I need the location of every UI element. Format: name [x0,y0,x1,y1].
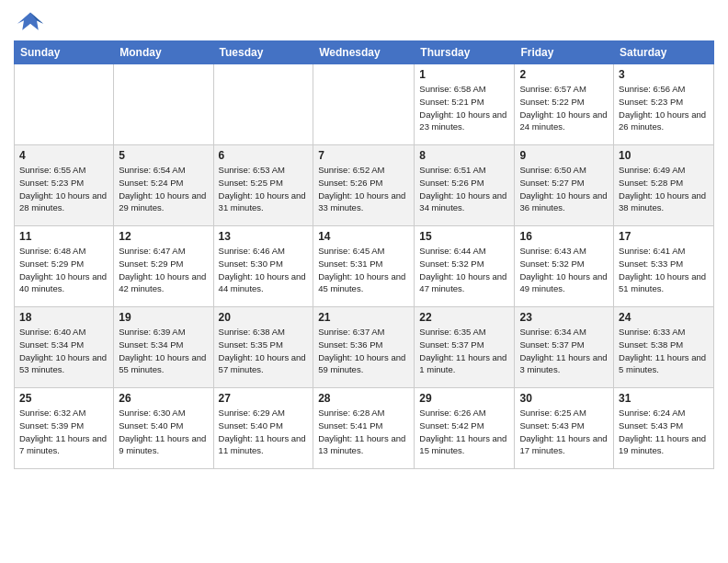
day-number: 23 [519,311,609,324]
day-info: Sunrise: 6:29 AM Sunset: 5:40 PM Dayligh… [219,407,309,457]
day-number: 9 [519,149,609,162]
day-number: 3 [619,68,709,81]
calendar-cell: 20Sunrise: 6:38 AM Sunset: 5:35 PM Dayli… [213,307,313,388]
day-info: Sunrise: 6:58 AM Sunset: 5:21 PM Dayligh… [419,83,509,133]
calendar-cell: 4Sunrise: 6:55 AM Sunset: 5:23 PM Daylig… [15,145,114,226]
day-number: 31 [619,392,709,405]
calendar-cell [313,64,415,145]
calendar-week-row: 11Sunrise: 6:48 AM Sunset: 5:29 PM Dayli… [15,226,714,307]
day-number: 24 [619,311,709,324]
day-number: 17 [619,230,709,243]
calendar-table: SundayMondayTuesdayWednesdayThursdayFrid… [14,40,714,469]
day-number: 29 [419,392,509,405]
day-info: Sunrise: 6:48 AM Sunset: 5:29 PM Dayligh… [19,245,108,295]
calendar-week-row: 1Sunrise: 6:58 AM Sunset: 5:21 PM Daylig… [15,64,714,145]
calendar-cell: 26Sunrise: 6:30 AM Sunset: 5:40 PM Dayli… [114,388,213,469]
day-info: Sunrise: 6:45 AM Sunset: 5:31 PM Dayligh… [318,245,409,295]
day-number: 18 [19,311,108,324]
calendar-cell: 11Sunrise: 6:48 AM Sunset: 5:29 PM Dayli… [15,226,114,307]
calendar-header-monday: Monday [114,41,213,64]
calendar-cell: 28Sunrise: 6:28 AM Sunset: 5:41 PM Dayli… [313,388,415,469]
day-info: Sunrise: 6:44 AM Sunset: 5:32 PM Dayligh… [419,245,509,295]
calendar-cell: 5Sunrise: 6:54 AM Sunset: 5:24 PM Daylig… [114,145,213,226]
calendar-cell: 14Sunrise: 6:45 AM Sunset: 5:31 PM Dayli… [313,226,415,307]
day-info: Sunrise: 6:50 AM Sunset: 5:27 PM Dayligh… [519,164,609,214]
day-info: Sunrise: 6:30 AM Sunset: 5:40 PM Dayligh… [119,407,208,457]
day-info: Sunrise: 6:35 AM Sunset: 5:37 PM Dayligh… [419,326,509,376]
calendar-cell: 12Sunrise: 6:47 AM Sunset: 5:29 PM Dayli… [114,226,213,307]
day-number: 1 [419,68,509,81]
calendar-cell: 10Sunrise: 6:49 AM Sunset: 5:28 PM Dayli… [614,145,714,226]
day-info: Sunrise: 6:25 AM Sunset: 5:43 PM Dayligh… [519,407,609,457]
calendar-cell: 15Sunrise: 6:44 AM Sunset: 5:32 PM Dayli… [415,226,515,307]
day-number: 20 [219,311,309,324]
day-number: 13 [219,230,309,243]
calendar-week-row: 25Sunrise: 6:32 AM Sunset: 5:39 PM Dayli… [15,388,714,469]
day-number: 15 [419,230,509,243]
calendar-header-thursday: Thursday [415,41,515,64]
calendar-cell: 29Sunrise: 6:26 AM Sunset: 5:42 PM Dayli… [415,388,515,469]
day-number: 21 [318,311,409,324]
day-info: Sunrise: 6:32 AM Sunset: 5:39 PM Dayligh… [19,407,108,457]
day-number: 6 [219,149,309,162]
day-number: 27 [219,392,309,405]
calendar-header-tuesday: Tuesday [213,41,313,64]
day-info: Sunrise: 6:34 AM Sunset: 5:37 PM Dayligh… [519,326,609,376]
day-number: 22 [419,311,509,324]
day-number: 10 [619,149,709,162]
day-number: 4 [19,149,108,162]
calendar-week-row: 18Sunrise: 6:40 AM Sunset: 5:34 PM Dayli… [15,307,714,388]
calendar-cell: 18Sunrise: 6:40 AM Sunset: 5:34 PM Dayli… [15,307,114,388]
day-info: Sunrise: 6:57 AM Sunset: 5:22 PM Dayligh… [519,83,609,133]
day-info: Sunrise: 6:46 AM Sunset: 5:30 PM Dayligh… [219,245,309,295]
calendar-cell: 1Sunrise: 6:58 AM Sunset: 5:21 PM Daylig… [415,64,515,145]
calendar-cell: 2Sunrise: 6:57 AM Sunset: 5:22 PM Daylig… [515,64,614,145]
day-info: Sunrise: 6:43 AM Sunset: 5:32 PM Dayligh… [519,245,609,295]
day-info: Sunrise: 6:49 AM Sunset: 5:28 PM Dayligh… [619,164,709,214]
day-number: 11 [19,230,108,243]
day-info: Sunrise: 6:38 AM Sunset: 5:35 PM Dayligh… [219,326,309,376]
calendar-cell: 31Sunrise: 6:24 AM Sunset: 5:43 PM Dayli… [614,388,714,469]
calendar-cell: 17Sunrise: 6:41 AM Sunset: 5:33 PM Dayli… [614,226,714,307]
day-info: Sunrise: 6:28 AM Sunset: 5:41 PM Dayligh… [318,407,409,457]
calendar-header-saturday: Saturday [614,41,714,64]
calendar-cell: 7Sunrise: 6:52 AM Sunset: 5:26 PM Daylig… [313,145,415,226]
calendar-cell: 23Sunrise: 6:34 AM Sunset: 5:37 PM Dayli… [515,307,614,388]
day-number: 2 [519,68,609,81]
day-info: Sunrise: 6:40 AM Sunset: 5:34 PM Dayligh… [19,326,108,376]
day-info: Sunrise: 6:47 AM Sunset: 5:29 PM Dayligh… [119,245,208,295]
calendar-cell: 6Sunrise: 6:53 AM Sunset: 5:25 PM Daylig… [213,145,313,226]
day-number: 5 [119,149,208,162]
day-number: 14 [318,230,409,243]
calendar-cell: 25Sunrise: 6:32 AM Sunset: 5:39 PM Dayli… [15,388,114,469]
day-info: Sunrise: 6:24 AM Sunset: 5:43 PM Dayligh… [619,407,709,457]
calendar-header-friday: Friday [515,41,614,64]
calendar-cell: 27Sunrise: 6:29 AM Sunset: 5:40 PM Dayli… [213,388,313,469]
calendar-cell: 19Sunrise: 6:39 AM Sunset: 5:34 PM Dayli… [114,307,213,388]
calendar-week-row: 4Sunrise: 6:55 AM Sunset: 5:23 PM Daylig… [15,145,714,226]
day-number: 19 [119,311,208,324]
calendar-cell [114,64,213,145]
calendar-cell [213,64,313,145]
day-number: 16 [519,230,609,243]
day-number: 7 [318,149,409,162]
calendar-cell: 21Sunrise: 6:37 AM Sunset: 5:36 PM Dayli… [313,307,415,388]
calendar-cell [15,64,114,145]
logo-icon [14,9,47,35]
day-number: 28 [318,392,409,405]
header [14,9,714,35]
calendar-cell: 16Sunrise: 6:43 AM Sunset: 5:32 PM Dayli… [515,226,614,307]
logo [14,9,51,35]
calendar-header-row: SundayMondayTuesdayWednesdayThursdayFrid… [15,41,714,64]
day-info: Sunrise: 6:56 AM Sunset: 5:23 PM Dayligh… [619,83,709,133]
calendar-cell: 30Sunrise: 6:25 AM Sunset: 5:43 PM Dayli… [515,388,614,469]
calendar-cell: 9Sunrise: 6:50 AM Sunset: 5:27 PM Daylig… [515,145,614,226]
day-number: 12 [119,230,208,243]
day-number: 25 [19,392,108,405]
day-info: Sunrise: 6:33 AM Sunset: 5:38 PM Dayligh… [619,326,709,376]
title-block [51,9,714,11]
calendar-cell: 24Sunrise: 6:33 AM Sunset: 5:38 PM Dayli… [614,307,714,388]
calendar-cell: 8Sunrise: 6:51 AM Sunset: 5:26 PM Daylig… [415,145,515,226]
day-info: Sunrise: 6:41 AM Sunset: 5:33 PM Dayligh… [619,245,709,295]
day-info: Sunrise: 6:55 AM Sunset: 5:23 PM Dayligh… [19,164,108,214]
